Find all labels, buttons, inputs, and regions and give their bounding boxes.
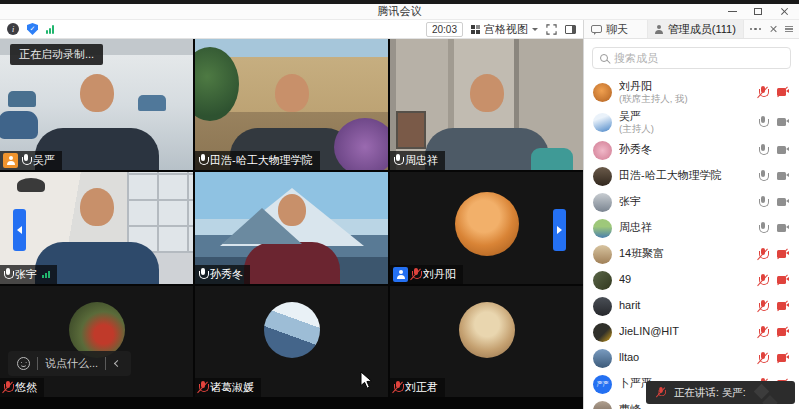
camera-off-icon[interactable] bbox=[777, 354, 789, 362]
mic-muted-icon[interactable] bbox=[758, 352, 767, 365]
avatar bbox=[69, 302, 125, 358]
chevron-down-icon bbox=[532, 28, 538, 31]
member-name: 周忠祥 bbox=[619, 221, 751, 234]
member-role: (联席主持人, 我) bbox=[619, 93, 751, 104]
member-list: 刘丹阳(联席主持人, 我) 吴严(主持人) 孙秀冬 田浩-哈工大物理学院 bbox=[584, 75, 799, 409]
member-name: 曹峰 bbox=[619, 403, 790, 409]
avatar bbox=[593, 323, 612, 342]
member-row-wuyan[interactable]: 吴严(主持人) bbox=[593, 107, 790, 137]
mic-on-icon[interactable] bbox=[758, 144, 767, 157]
participant-name: 田浩-哈工大物理学院 bbox=[210, 153, 313, 168]
mic-muted-icon[interactable] bbox=[758, 274, 767, 287]
member-row-49[interactable]: 49 bbox=[593, 267, 790, 293]
camera-off-icon[interactable] bbox=[777, 276, 789, 284]
tab-chat-label: 聊天 bbox=[606, 22, 628, 37]
camera-on-icon[interactable] bbox=[777, 118, 789, 126]
video-tile-zhouzhongxiang[interactable]: 周忠祥 bbox=[390, 39, 583, 170]
tab-members-label: 管理成员(111) bbox=[668, 22, 736, 37]
maximize-button[interactable] bbox=[745, 4, 771, 19]
minimize-icon bbox=[728, 11, 737, 12]
speaking-toast: 正在讲话: 吴严: bbox=[646, 381, 795, 404]
avatar bbox=[593, 193, 612, 212]
mic-on-icon[interactable] bbox=[758, 222, 767, 235]
member-row-lltao[interactable]: lltao bbox=[593, 345, 790, 371]
member-row-liudanyang[interactable]: 刘丹阳(联席主持人, 我) bbox=[593, 77, 790, 107]
member-row-tianhao[interactable]: 田浩-哈工大物理学院 bbox=[593, 163, 790, 189]
avatar bbox=[455, 192, 519, 256]
close-button[interactable] bbox=[771, 4, 797, 19]
mic-muted-icon[interactable] bbox=[758, 300, 767, 313]
members-panel: 聊天 管理成员(111) bbox=[583, 20, 799, 409]
member-row-zhangyu[interactable]: 张宇 bbox=[593, 189, 790, 215]
video-tile-liuzhengjun[interactable]: 刘正君 bbox=[390, 286, 583, 397]
search-box[interactable] bbox=[592, 47, 791, 69]
collapse-chevron-icon[interactable] bbox=[114, 360, 121, 367]
emoji-icon[interactable] bbox=[17, 357, 30, 370]
member-row-jielin[interactable]: JieLIN@HIT bbox=[593, 319, 790, 345]
camera-on-icon[interactable] bbox=[777, 172, 789, 180]
mic-on-icon[interactable] bbox=[758, 116, 767, 129]
camera-on-icon[interactable] bbox=[777, 198, 789, 206]
avatar bbox=[264, 302, 320, 358]
quick-chat-bar[interactable]: 说点什么... bbox=[8, 351, 131, 376]
network-signal-icon[interactable] bbox=[46, 25, 54, 34]
grid-view-button[interactable]: 宫格视图 bbox=[471, 22, 538, 37]
mic-on-icon[interactable] bbox=[758, 170, 767, 183]
camera-off-icon[interactable] bbox=[777, 250, 789, 258]
camera-on-icon[interactable] bbox=[777, 224, 789, 232]
mic-on-icon[interactable] bbox=[758, 196, 767, 209]
panel-close-button[interactable] bbox=[769, 25, 777, 33]
panel-menu-button[interactable] bbox=[785, 26, 793, 33]
search-input[interactable] bbox=[614, 52, 783, 64]
member-row-14banjufu[interactable]: 14班聚富 bbox=[593, 241, 790, 267]
participant-name: 周忠祥 bbox=[405, 153, 438, 168]
search-icon bbox=[600, 54, 608, 62]
panel-actions bbox=[744, 20, 799, 38]
camera-off-icon[interactable] bbox=[777, 302, 789, 310]
video-tile-youran[interactable]: 悠然 bbox=[0, 286, 193, 397]
close-icon bbox=[780, 7, 789, 16]
carousel-next-button[interactable] bbox=[553, 209, 566, 251]
fullscreen-button[interactable] bbox=[546, 24, 557, 35]
title-bar: 腾讯会议 bbox=[0, 4, 799, 20]
security-shield-icon[interactable]: ✓ bbox=[27, 23, 38, 35]
participant-label: 悠然 bbox=[0, 378, 44, 397]
member-row-harit[interactable]: harit bbox=[593, 293, 790, 319]
member-row-sunxiudong[interactable]: 孙秀冬 bbox=[593, 137, 790, 163]
network-signal-icon bbox=[42, 271, 50, 278]
participant-label: 张宇 bbox=[0, 265, 57, 284]
avatar bbox=[593, 401, 612, 409]
avatar bbox=[593, 141, 612, 160]
chat-input-placeholder[interactable]: 说点什么... bbox=[45, 356, 98, 371]
me-badge bbox=[393, 267, 408, 282]
avatar bbox=[593, 83, 612, 102]
mic-muted-icon[interactable] bbox=[758, 248, 767, 261]
carousel-prev-button[interactable] bbox=[13, 209, 26, 251]
camera-on-icon[interactable] bbox=[777, 146, 789, 154]
member-name: 吴严 bbox=[619, 110, 751, 123]
meeting-info-icon[interactable]: i bbox=[7, 23, 19, 35]
member-name: JieLIN@HIT bbox=[619, 325, 751, 338]
tab-members[interactable]: 管理成员(111) bbox=[648, 20, 744, 38]
video-tile-zhangyu[interactable]: 张宇 bbox=[0, 172, 193, 284]
tab-chat[interactable]: 聊天 bbox=[584, 20, 648, 38]
mic-muted-icon[interactable] bbox=[758, 86, 767, 99]
video-grid: 吴严 田浩-哈工大物理学院 周忠祥 bbox=[0, 39, 583, 397]
member-row-zhouzhongxiang[interactable]: 周忠祥 bbox=[593, 215, 790, 241]
member-role: (主持人) bbox=[619, 123, 751, 134]
avatar bbox=[459, 302, 515, 358]
camera-off-icon[interactable] bbox=[777, 328, 789, 336]
avatar bbox=[593, 297, 612, 316]
chat-bubble-icon bbox=[591, 25, 602, 33]
camera-off-icon[interactable] bbox=[777, 88, 789, 96]
avatar bbox=[593, 271, 612, 290]
minimize-button[interactable] bbox=[719, 4, 745, 19]
meeting-clock: 20:03 bbox=[426, 22, 463, 37]
mic-muted-icon[interactable] bbox=[758, 326, 767, 339]
participant-label: 刘正君 bbox=[390, 378, 445, 397]
more-button[interactable] bbox=[750, 28, 761, 30]
video-tile-tianhao[interactable]: 田浩-哈工大物理学院 bbox=[195, 39, 388, 170]
sidebar-toggle-button[interactable] bbox=[565, 25, 576, 34]
video-tile-sunxiudong[interactable]: 孙秀冬 bbox=[195, 172, 388, 284]
member-name: 刘丹阳 bbox=[619, 80, 751, 93]
